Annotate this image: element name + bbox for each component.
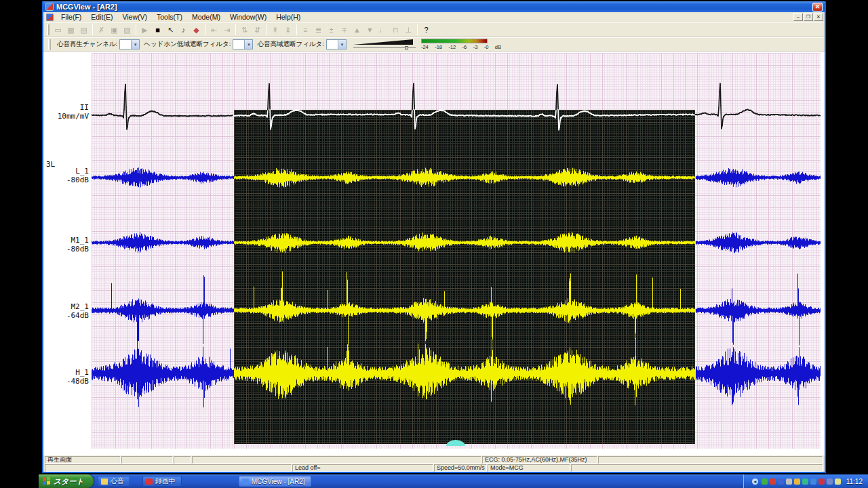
volume-control[interactable] [353,39,416,49]
amp-up-icon: ⇅ [239,24,250,36]
task-button-2[interactable]: 録画中 [142,476,182,487]
window-range-icon: ⊓ [390,24,401,36]
menu-bar: File(F)Edit(E)View(V)Tools(T)Mode(M)Wind… [43,12,825,22]
app-window: MCGView - [AR2] ✕ File(F)Edit(E)View(V)T… [42,1,826,473]
level-meter-scale: -24-18-12-6-3-0dB [421,44,501,50]
status-speed: Speed=50.0mm/s [434,464,487,472]
volume-slider-thumb[interactable] [405,46,408,49]
meter-tick-label: -6 [462,44,467,50]
playback-channel-combo[interactable]: ▼ [119,39,140,49]
status-panel-empty-4 [598,456,823,464]
task-icon [101,479,108,485]
task-button-1[interactable]: 心音 [98,476,130,487]
channel-name: M2_1 [43,302,89,311]
menu-items: File(F)Edit(E)View(V)Tools(T)Mode(M)Wind… [56,12,305,22]
tray-icon-9[interactable] [827,479,833,485]
sound-toolbar: 心音再生チャンネル: ▼ ヘッドホン低域遮断フィルタ: ▼ 心音高域遮断フィルタ… [43,37,825,52]
channel-gain: -64dB [43,311,89,320]
stop-icon[interactable]: ■ [152,24,163,36]
tray-icon-10[interactable] [835,479,841,485]
channel-name: M1_1 [43,236,89,245]
menu-tools[interactable]: Tools(T) [152,12,187,22]
scale-compress-icon: ≡ [300,24,311,36]
speaker-icon[interactable]: ♪ [178,24,189,36]
toolbar-separator [235,24,236,35]
menu-mode[interactable]: Mode(M) [187,12,225,22]
toolbar-separator [417,24,418,35]
save-icon: ▦ [65,24,77,36]
start-button[interactable]: スタート [39,474,94,488]
channel-label-m2_1: M2_1-64dB [43,302,89,320]
meter-tick-label: dB [495,44,501,50]
play-icon: ▶ [139,24,151,36]
channel-gain: -80dB [43,245,89,253]
go-start-icon: ⇤ [208,24,220,36]
cursor-icon[interactable]: ↖ [165,24,176,36]
task-button-3[interactable]: MCGView - [AR2] [239,476,311,487]
status-bar: 再生画面 ECG: 0.05-75Hz,AC(60Hz),MF(35Hz) Le… [43,455,825,472]
playback-channel-label: 心音再生チャンネル: [57,40,117,49]
lowcut-filter-combo[interactable]: ▼ [233,39,253,49]
channel-name: II [43,103,89,112]
channel-gain: 10mm/mV [43,112,89,121]
waveform-canvas[interactable] [92,53,821,449]
meter-tick-label: -0 [484,44,489,50]
toolbar-separator [136,24,136,35]
meter-tick-label: -12 [448,44,456,50]
toolbar-separator [205,24,205,35]
close-button[interactable]: ✕ [812,3,823,12]
status-ecg-filter: ECG: 0.05-75Hz,AC(60Hz),MF(35Hz) [482,456,597,464]
status-panel-empty-1 [121,456,173,464]
tray-icon-1[interactable] [762,479,768,485]
app-icon [45,3,54,11]
chevron-down-icon[interactable]: ▼ [338,40,346,49]
menu-edit[interactable]: Edit(E) [86,12,117,22]
mdi-restore-button[interactable]: ❐ [804,13,813,21]
title-bar[interactable]: MCGView - [AR2] ✕ [43,1,825,12]
channel-label-m1_1: M1_1-80dB [43,236,89,253]
lowcut-filter-label: ヘッドホン低域遮断フィルタ: [144,40,231,49]
mdi-close-button[interactable]: ✕ [814,13,823,21]
tray-icon-8[interactable] [818,479,825,485]
go-end-icon: ⇥ [221,24,233,36]
menu-window[interactable]: Window(W) [225,12,271,22]
lead-position-label: 3L [46,160,55,169]
meter-tick-label: -24 [421,44,429,50]
status-screen-mode: 再生画面 [45,456,121,464]
toolbar-separator [92,24,93,35]
shift-down-icon: ▼ [364,24,376,36]
help-icon[interactable]: ? [420,24,432,36]
amp-down-icon: ⇵ [252,24,263,36]
menu-help[interactable]: Help(H) [271,12,305,22]
baseline-tool-icon: ⊥ [403,24,414,36]
tray-icon-4[interactable] [786,479,792,485]
highcut-filter-combo[interactable]: ▼ [326,39,347,49]
volume-slider[interactable] [353,46,416,49]
volume-wedge-icon [353,39,413,45]
tray-icon-3[interactable] [778,479,784,485]
tray-icon-2[interactable] [770,479,776,485]
chevron-down-icon[interactable]: ▼ [244,40,252,49]
tray-icon-5[interactable] [794,479,800,485]
channel-label-l_1: L_1-80dB [43,167,89,184]
status-panel-empty-5 [45,464,292,472]
task-icon [242,479,249,485]
windows-logo-icon [43,476,51,485]
page-up-icon: ⇞ [269,24,281,36]
copy-icon: ▣ [108,24,120,36]
task-icon [146,479,153,485]
shift-up-icon: ▲ [351,24,363,36]
mute-icon[interactable]: ◆ [191,24,202,36]
hide-icons-chevron[interactable]: ◄ [752,479,758,485]
tray-icon-7[interactable] [810,479,816,485]
main-toolbar: ▭▦▤✗▣▧▶■↖♪◆⇤⇥⇅⇵⇞⇟≡≣±∓▲▼♩⊓⊥? [43,22,825,37]
menu-view[interactable]: View(V) [117,12,152,22]
chevron-down-icon[interactable]: ▼ [131,40,139,49]
toolbar-grip [47,24,50,35]
status-panel-empty-2 [174,456,191,464]
tray-icon-6[interactable] [802,479,808,485]
menu-file[interactable]: File(F) [56,12,86,22]
toolbar-grip-2 [48,39,51,50]
scale-expand-icon: ≣ [313,24,324,36]
mdi-minimize-button[interactable]: – [793,13,803,21]
